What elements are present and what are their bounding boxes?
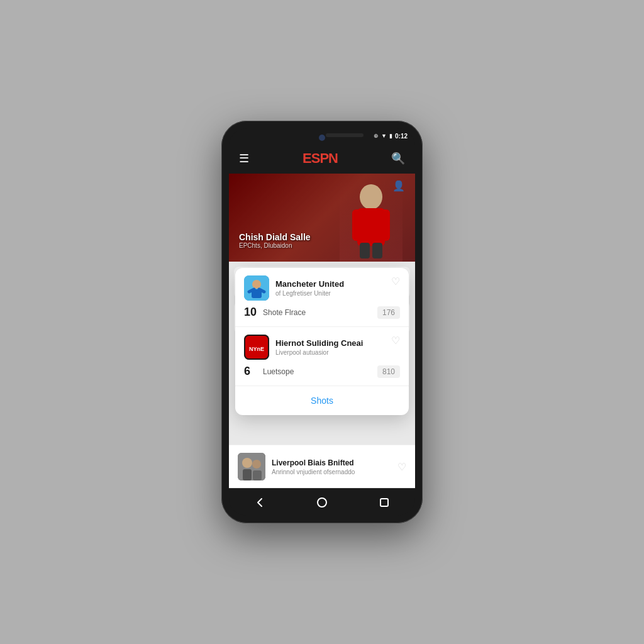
hero-title: Chish Diald Salle <box>239 232 311 242</box>
hamburger-icon[interactable]: ☰ <box>239 152 249 165</box>
team-logo-second: NYnE <box>244 335 269 360</box>
battery-icon: ▮ <box>389 133 392 139</box>
espn-logo: ESPN <box>303 150 338 167</box>
svg-rect-4 <box>360 243 370 258</box>
item2-stat-value: 810 <box>377 365 400 378</box>
svg-point-0 <box>360 184 382 209</box>
nav-back-button[interactable] <box>250 493 269 512</box>
nav-recent-button[interactable] <box>375 493 394 512</box>
svg-rect-5 <box>372 243 382 258</box>
user-profile-icon[interactable]: 👤 <box>392 180 405 192</box>
hero-subtitle: EPChts, Dlubaidon <box>239 242 311 249</box>
svg-rect-20 <box>380 499 388 506</box>
item2-subtitle: Liverpool autuasior <box>275 349 363 356</box>
svg-point-19 <box>318 498 326 507</box>
item1-stat-label: Shote Flrace <box>263 308 371 317</box>
bottom-item-title: Liverpool Biais Bnifted <box>272 458 391 467</box>
item2-stat-label: Luetsope <box>263 367 371 376</box>
svg-rect-17 <box>243 469 252 480</box>
bottom-item-heart-icon[interactable]: ♡ <box>397 461 406 473</box>
hero-text: Chish Diald Salle EPChts, Dlubaidon <box>239 232 311 249</box>
item1-title: Mancheter United <box>275 279 344 289</box>
popup-item-2[interactable]: NYnE Hiernot Suliding Cneai Liverpool au… <box>235 327 409 386</box>
item1-stat-value: 176 <box>377 306 400 319</box>
popup-card: Mancheter United of Legfretiser Uniter ♡… <box>235 268 409 415</box>
signal-icon: ▼ <box>381 133 387 139</box>
item1-subtitle: of Legfretiser Uniter <box>275 290 344 297</box>
phone-speaker <box>326 133 364 137</box>
phone-screen: ⊕ ▼ ▮ 0:12 ☰ ESPN 🔍 <box>229 128 415 516</box>
item1-heart-icon[interactable]: ♡ <box>391 275 400 287</box>
item2-stat-number: 6 <box>244 365 257 378</box>
item2-heart-icon[interactable]: ♡ <box>391 335 400 347</box>
item2-title: Hiernot Suliding Cneai <box>275 338 363 348</box>
search-icon[interactable]: 🔍 <box>391 152 405 165</box>
bottom-list-item[interactable]: Liverpool Biais Bnifted Anrinnol vnjudie… <box>229 445 415 488</box>
svg-rect-18 <box>253 470 262 480</box>
hero-player-image <box>340 180 402 262</box>
svg-text:NYnE: NYnE <box>249 346 264 352</box>
shots-link-text[interactable]: Shots <box>311 396 333 406</box>
svg-point-15 <box>242 458 252 468</box>
team-logo-man-utd <box>244 275 269 301</box>
item1-stat-number: 10 <box>244 306 257 319</box>
nav-bar <box>229 488 415 516</box>
svg-point-16 <box>252 460 261 469</box>
espn-header: ☰ ESPN 🔍 <box>229 143 415 174</box>
bottom-item-thumbnail <box>238 453 265 480</box>
shots-link-container[interactable]: Shots <box>235 386 409 415</box>
bottom-item-subtitle: Anrinnol vnjudient ofsernaddo <box>272 469 391 475</box>
phone-camera <box>319 135 325 141</box>
svg-rect-3 <box>377 209 390 241</box>
wifi-icon: ⊕ <box>374 133 379 139</box>
main-content: Mancheter United of Legfretiser Uniter ♡… <box>229 262 415 488</box>
hero-section: Chish Diald Salle EPChts, Dlubaidon 👤 <box>229 174 415 262</box>
status-time: 0:12 <box>395 133 408 140</box>
svg-rect-2 <box>352 209 365 241</box>
popup-item-1[interactable]: Mancheter United of Legfretiser Uniter ♡… <box>235 268 409 327</box>
phone-outer: ⊕ ▼ ▮ 0:12 ☰ ESPN 🔍 <box>221 121 423 523</box>
nav-home-button[interactable] <box>313 493 331 512</box>
svg-point-7 <box>252 280 261 289</box>
